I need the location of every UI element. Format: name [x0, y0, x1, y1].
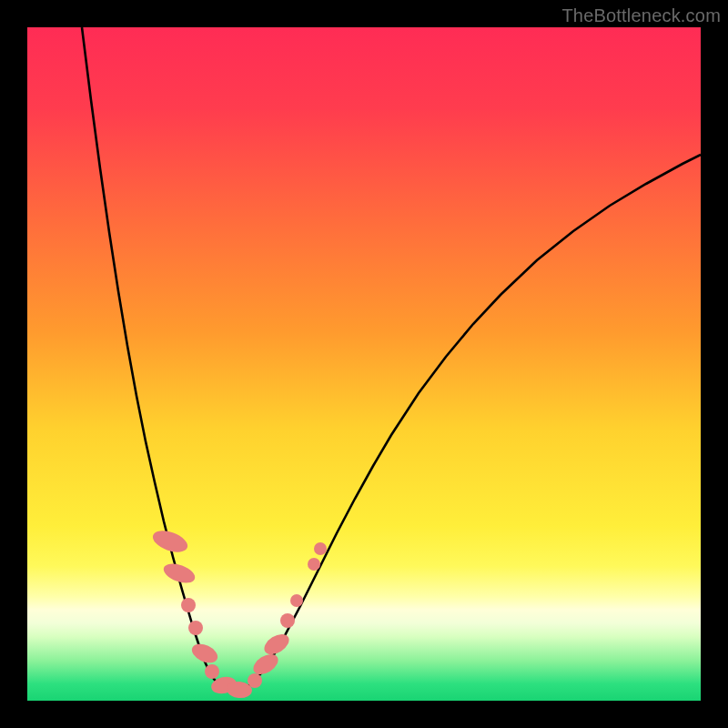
data-marker: [261, 630, 293, 658]
data-marker: [188, 621, 203, 635]
data-marker: [181, 598, 196, 612]
data-marker: [308, 558, 320, 571]
chart-curve-layer: [27, 27, 701, 701]
data-marker: [314, 542, 327, 555]
chart-frame: [27, 27, 701, 701]
data-marker: [280, 613, 295, 628]
data-marker: [150, 527, 190, 556]
bottleneck-curve: [82, 27, 701, 691]
data-marker: [290, 594, 303, 607]
data-marker: [248, 673, 262, 688]
data-markers: [150, 527, 327, 699]
data-marker: [205, 664, 219, 679]
watermark-text: TheBottleneck.com: [561, 5, 721, 26]
